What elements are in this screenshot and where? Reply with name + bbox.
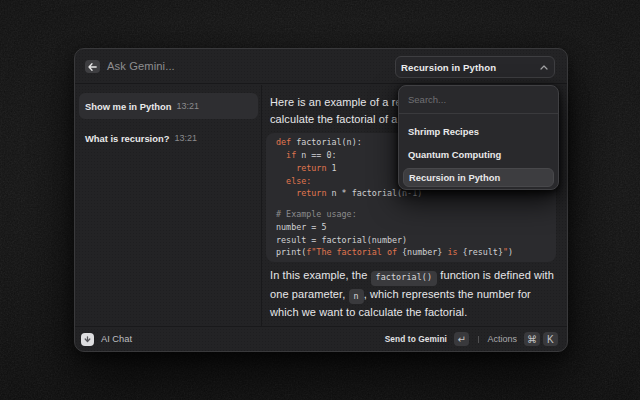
arrow-left-icon	[88, 63, 97, 71]
k-keycap: K	[543, 332, 559, 346]
response-outro-paragraph: In this example, the factorial() functio…	[270, 267, 555, 321]
code-line: print(f"The factorial of {number} is {re…	[276, 246, 546, 259]
cmd-keycap: ⌘	[524, 332, 540, 346]
menu-item[interactable]: Recursion in Python	[403, 168, 554, 187]
chat-timestamp: 13:21	[174, 133, 197, 143]
chat-history-item[interactable]: Show me in Python13:21	[79, 93, 258, 119]
extension-name: AI Chat	[101, 334, 132, 344]
menu-search-input[interactable]: Search...	[403, 86, 554, 113]
raycast-window: Ask Gemini... Recursion in Python Show m…	[74, 48, 568, 352]
chat-selector-menu: Search... Shrimp RecipesQuantum Computin…	[398, 85, 559, 190]
ai-chat-icon	[81, 333, 94, 346]
actions-button[interactable]: Actions	[487, 334, 517, 344]
send-to-gemini-button[interactable]: Send to Gemini	[385, 334, 447, 344]
chat-history-item[interactable]: What is recursion?13:21	[79, 125, 258, 151]
code-line: # Example usage:	[276, 208, 546, 221]
inline-code: factorial()	[371, 271, 438, 286]
chat-history-sidebar: Show me in Python13:21What is recursion?…	[75, 85, 262, 326]
chat-title: What is recursion?	[85, 133, 169, 144]
chat-title: Show me in Python	[85, 101, 171, 112]
chevron-down-icon	[84, 336, 91, 343]
back-button[interactable]	[85, 60, 100, 73]
footer-divider	[478, 336, 479, 343]
window-title: Ask Gemini...	[107, 49, 175, 84]
enter-keycap: ↵	[454, 332, 470, 346]
chat-selector-dropdown[interactable]: Recursion in Python	[395, 56, 555, 78]
chevron-up-icon	[540, 65, 548, 70]
code-line: number = 5	[276, 221, 546, 234]
menu-item[interactable]: Shrimp Recipes	[403, 122, 554, 141]
inline-code: n	[349, 289, 364, 304]
action-bar: AI Chat Send to Gemini ↵ Actions ⌘ K	[75, 326, 567, 351]
code-blank-line	[276, 200, 546, 208]
menu-item[interactable]: Quantum Computing	[403, 145, 554, 164]
chat-timestamp: 13:21	[176, 101, 199, 111]
chat-selector-value: Recursion in Python	[401, 62, 540, 73]
code-line: result = factorial(number)	[276, 234, 546, 247]
window-header: Ask Gemini... Recursion in Python	[75, 49, 567, 84]
